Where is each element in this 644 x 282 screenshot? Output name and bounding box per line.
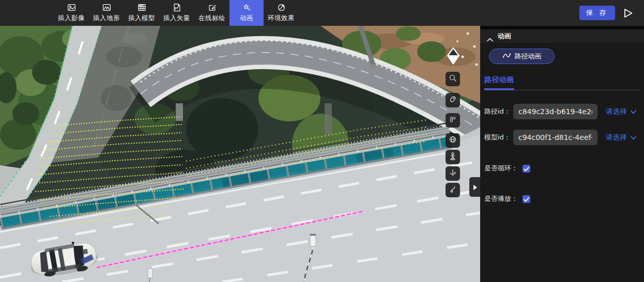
tab-bar: 路径动画 [484,74,640,90]
top-toolbar: 插入影像 插入地形 插入模型 插入矢量 [0,0,644,26]
mouse-icon [449,95,457,105]
path-id-input[interactable] [513,104,597,119]
select-label: 请选择 [606,107,627,116]
play-label: 是否播放： [484,194,518,203]
mode-button-label: 路径动画 [515,52,542,61]
toolbar-items: 插入影像 插入地形 插入模型 插入矢量 [54,0,299,26]
animation-panel: 动画 路径动画 路径动画 路径id： 请选择 [480,26,644,282]
path-wave-icon [502,52,511,60]
panel-title: 动画 [498,32,511,41]
toolbar-item-label: 在线标绘 [198,14,225,23]
scene-3d-viewport[interactable] [0,26,480,282]
panel-body: 路径动画 路径动画 路径id： 请选择 模型id： [480,43,644,282]
save-button[interactable]: 保 存 [579,6,615,20]
insert-imagery-icon [67,3,76,12]
path-id-row: 路径id： 请选择 [484,104,640,119]
expand-arrow-icon [473,182,477,192]
select-label: 请选择 [606,133,627,142]
model-id-label: 模型id： [484,133,513,142]
toolbar-item-insert-model[interactable]: 插入模型 [124,0,159,26]
app-window: 插入影像 插入地形 插入模型 插入矢量 [0,0,644,282]
hook-select-tool-button[interactable] [446,183,460,197]
toolbar-item-label: 插入影像 [58,14,85,23]
animation-wand-icon [242,3,251,12]
search-icon [449,74,457,84]
toolbar-item-online-plot[interactable]: 在线标绘 [194,0,229,26]
insert-terrain-icon [102,3,111,12]
loop-row: 是否循环： [484,164,640,173]
toolbar-item-insert-vector[interactable]: 插入矢量 [159,0,194,26]
online-plot-icon [208,3,217,12]
insert-model-icon [137,3,146,12]
model-id-select[interactable]: 请选择 [606,133,636,142]
chevron-down-icon [631,107,636,116]
hook-select-icon [449,185,457,195]
main-area: 动画 路径动画 路径动画 路径id： 请选择 [0,26,644,282]
toolbar-item-label: 插入模型 [128,14,155,23]
toolbar-item-animation[interactable]: 动画 [229,0,264,26]
globe-tool-button[interactable] [446,133,460,148]
toolbar-item-label: 动画 [240,14,253,23]
search-tool-button[interactable] [446,72,460,86]
panel-expand-button[interactable] [469,177,480,197]
chevron-down-icon [631,133,636,142]
toolbar-item-environment-effect[interactable]: 环境效果 [264,0,299,26]
scene-canvas [0,26,480,282]
rotate-axis-tool-button[interactable] [446,166,460,181]
pedestrian-view-icon [449,152,457,162]
angle-ruler-icon [449,115,457,126]
path-id-label: 路径id： [484,107,513,116]
collapse-chevron-up-icon[interactable] [487,34,493,38]
model-id-input[interactable] [513,130,597,145]
toolbar-item-label: 插入矢量 [163,14,190,23]
toolbar-item-label: 插入地形 [93,14,120,23]
toolbar-item-label: 环境效果 [268,14,295,23]
toolbar-item-insert-imagery[interactable]: 插入影像 [54,0,89,26]
check-icon [524,164,529,174]
insert-vector-icon [173,3,181,12]
toolbar-item-insert-terrain[interactable]: 插入地形 [89,0,124,26]
globe-icon [449,135,457,146]
environment-effect-icon [277,3,286,12]
toolbar-right: 保 存 [579,0,644,26]
tab-path-animation[interactable]: 路径动画 [484,75,514,90]
panel-top-strip [480,26,644,29]
loop-label: 是否循环： [484,164,518,173]
panel-header: 动画 [480,29,644,43]
path-id-select[interactable]: 请选择 [606,107,636,116]
play-row: 是否播放： [484,194,640,203]
compass-icon[interactable] [447,48,460,65]
rotate-axis-icon [449,168,457,179]
check-icon [524,194,529,204]
model-id-row: 模型id： 请选择 [484,130,640,145]
path-animation-mode-button[interactable]: 路径动画 [489,49,555,64]
angle-measure-tool-button[interactable] [446,113,460,128]
pedestrian-view-tool-button[interactable] [446,150,460,164]
mouse-tool-button[interactable] [446,93,460,107]
play-run-icon[interactable] [624,8,633,18]
loop-checkbox[interactable] [523,165,530,173]
play-checkbox[interactable] [523,195,530,203]
